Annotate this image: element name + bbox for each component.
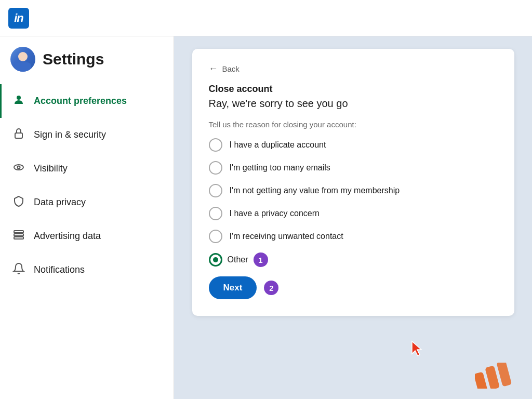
svg-rect-8 (475, 371, 488, 389)
settings-header: Settings (0, 47, 174, 84)
option-other-row[interactable]: Other 1 (209, 252, 498, 267)
main-layout: Settings Account preferences Sign in & s… (0, 36, 532, 399)
option-label-no-value: I'm not getting any value from my member… (230, 186, 400, 195)
sidebar-item-label-visibility: Visibility (34, 163, 68, 174)
sidebar-item-sign-in-security[interactable]: Sign in & security (0, 118, 174, 152)
sidebar-item-account-preferences[interactable]: Account preferences (0, 84, 174, 118)
sidebar-item-notifications[interactable]: Notifications (0, 253, 174, 287)
bell-icon (12, 262, 25, 277)
option-label-privacy: I have a privacy concern (230, 209, 320, 218)
badge-1: 1 (254, 252, 268, 267)
sidebar: Settings Account preferences Sign in & s… (0, 36, 174, 399)
settings-title: Settings (43, 50, 104, 68)
option-duplicate[interactable]: I have a duplicate account (209, 138, 498, 152)
eye-icon (12, 161, 25, 176)
radio-other[interactable] (209, 253, 222, 267)
topbar: in (0, 0, 532, 36)
sidebar-item-visibility[interactable]: Visibility (0, 152, 174, 185)
radio-no-value[interactable] (209, 184, 222, 197)
option-label-too-many-emails: I'm getting too many emails (230, 163, 330, 172)
sidebar-item-label-account-preferences: Account preferences (34, 96, 127, 107)
badge-2: 2 (264, 281, 278, 295)
back-label: Back (222, 64, 240, 73)
sidebar-item-data-privacy[interactable]: Data privacy (0, 185, 174, 219)
svg-rect-10 (496, 363, 512, 387)
svg-rect-4 (14, 231, 23, 233)
sidebar-item-label-data-privacy: Data privacy (34, 197, 86, 208)
card-subtitle: Ray, we're sorry to see you go (209, 98, 498, 110)
option-unwanted-contact[interactable]: I'm receiving unwanted contact (209, 230, 498, 243)
sidebar-item-advertising-data[interactable]: Advertising data (0, 219, 174, 253)
svg-rect-5 (14, 234, 23, 236)
option-label-other: Other (228, 255, 248, 264)
option-label-unwanted-contact: I'm receiving unwanted contact (230, 232, 343, 241)
back-link[interactable]: ← Back (209, 63, 498, 74)
card-prompt: Tell us the reason for closing your acco… (209, 120, 498, 129)
option-privacy[interactable]: I have a privacy concern (209, 207, 498, 220)
back-arrow-icon: ← (209, 63, 218, 74)
sidebar-item-label-advertising-data: Advertising data (34, 231, 101, 242)
radio-unwanted-contact[interactable] (209, 230, 222, 243)
content-area: ← Back Close account Ray, we're sorry to… (174, 36, 532, 399)
svg-rect-1 (15, 133, 22, 138)
person-icon (12, 94, 25, 109)
shield-icon (12, 195, 25, 210)
svg-rect-6 (14, 237, 23, 239)
list-icon (12, 229, 25, 244)
linkedin-logo: in (8, 8, 29, 29)
svg-marker-7 (412, 341, 421, 356)
radio-too-many-emails[interactable] (209, 161, 222, 175)
radio-duplicate[interactable] (209, 138, 222, 152)
sidebar-item-label-sign-in-security: Sign in & security (34, 129, 106, 140)
svg-rect-9 (485, 365, 500, 389)
card-title: Close account (209, 84, 498, 95)
option-too-many-emails[interactable]: I'm getting too many emails (209, 161, 498, 175)
option-no-value[interactable]: I'm not getting any value from my member… (209, 184, 498, 197)
next-button[interactable]: Next (209, 276, 257, 299)
option-label-duplicate: I have a duplicate account (230, 140, 326, 150)
decorative-stripes (475, 363, 522, 391)
close-account-card: ← Back Close account Ray, we're sorry to… (192, 49, 514, 316)
avatar (10, 47, 35, 72)
svg-point-3 (18, 166, 20, 169)
svg-point-0 (17, 96, 21, 100)
sidebar-item-label-notifications: Notifications (34, 264, 85, 275)
btn-row: Next 2 (209, 276, 498, 299)
lock-icon (12, 127, 25, 142)
radio-privacy[interactable] (209, 207, 222, 220)
